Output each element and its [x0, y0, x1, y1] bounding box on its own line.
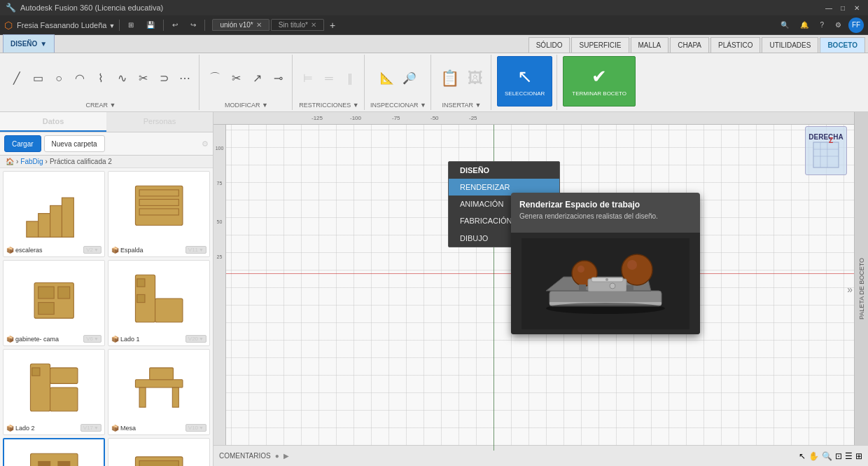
undo-button[interactable]: ↩ — [168, 18, 182, 33]
notifications-button[interactable]: 🔔 — [796, 18, 813, 33]
modificar-dropdown-icon[interactable]: ▼ — [262, 102, 268, 109]
home-icon[interactable]: 🏠 — [6, 158, 14, 165]
settings-button[interactable]: ⚙ — [831, 18, 846, 33]
tab-personas[interactable]: Personas — [106, 112, 213, 132]
tab-chapa[interactable]: CHAPA — [670, 37, 709, 53]
ribbon: DISEÑO ▼ SÓLIDO SUPERFICIE MALLA CHAPA P… — [0, 35, 868, 112]
inspect2-button[interactable]: 🔎 — [399, 69, 420, 87]
insert2-button[interactable]: 🖼 — [464, 67, 486, 90]
canvas-toolbar-display[interactable]: ☰ — [845, 451, 853, 461]
fillet-tool-button[interactable]: ⌒ — [205, 69, 225, 88]
more-crear-button[interactable]: ⋯ — [175, 69, 195, 87]
canvas-toolbar-select[interactable]: ↖ — [799, 451, 806, 461]
list-item[interactable]: 📦 pared 2 V4 ▼ — [3, 438, 105, 466]
break-tool-button[interactable]: ⊸ — [268, 69, 288, 87]
document-tab-close-icon[interactable]: ✕ — [256, 21, 262, 29]
list-item[interactable]: 📦 gabinete- cama V6 ▼ — [3, 260, 105, 346]
item-name-label: Mesa — [120, 425, 136, 432]
list-item[interactable]: 📦 Lado 2 V17 ▼ — [3, 349, 105, 435]
insertar-dropdown-icon[interactable]: ▼ — [475, 102, 482, 109]
close-button[interactable]: ✕ — [851, 2, 862, 13]
workspace-dropdown-icon: ▼ — [109, 22, 115, 29]
arc-tool-button[interactable]: ◠ — [70, 69, 90, 87]
trim-tool-button[interactable]: ✂ — [226, 69, 246, 87]
design-dropdown-button[interactable]: DISEÑO ▼ — [3, 34, 55, 53]
user-avatar[interactable]: FF — [848, 18, 864, 33]
tab-malla[interactable]: MALLA — [631, 37, 669, 53]
list-item[interactable]: 📦 Lado 1 V20 ▼ — [108, 260, 210, 346]
insert-button[interactable]: 📋 — [437, 67, 463, 90]
version-badge[interactable]: V10 ▼ — [186, 424, 206, 432]
redo-button[interactable]: ↪ — [186, 18, 200, 33]
version-badge[interactable]: V11 ▼ — [186, 246, 206, 254]
add-tab-button[interactable]: + — [326, 18, 340, 33]
canvas-toolbar-pan[interactable]: ✋ — [808, 451, 819, 461]
horizontal-button[interactable]: ═ — [319, 70, 339, 87]
list-item[interactable]: 📦 Pared de la cama V10 ▼ — [108, 438, 210, 466]
scissors-tool-button[interactable]: ✂ — [133, 69, 153, 87]
minimize-button[interactable]: — — [823, 2, 834, 13]
breadcrumb-fabdig[interactable]: FabDig — [20, 158, 43, 165]
measure-icon: 📐 — [380, 71, 394, 85]
polyline-tool-button[interactable]: ⌇ — [91, 69, 111, 87]
item-folder-icon: 📦 — [6, 247, 14, 254]
seleccionar-button[interactable]: ↖ SELECCIONAR — [497, 56, 552, 107]
document-tab-union[interactable]: unión v10* ✕ — [212, 19, 269, 31]
collapse-panel-button[interactable]: » — [847, 284, 853, 295]
spline-icon: ∿ — [118, 71, 127, 85]
measure-button[interactable]: 📐 — [377, 69, 398, 87]
version-badge[interactable]: V6 ▼ — [83, 335, 102, 343]
canvas-area[interactable]: -125 -100 -75 -50 -25 100 75 50 25 DEREC… — [214, 112, 868, 466]
list-item[interactable]: 📦 Mesa V10 ▼ — [108, 349, 210, 435]
tab-superficie[interactable]: SUPERFICIE — [571, 37, 629, 53]
status-dot[interactable]: ● — [275, 452, 279, 460]
coincident-button[interactable]: ⊨ — [298, 69, 318, 87]
version-badge[interactable]: V20 ▼ — [186, 335, 206, 343]
version-badge[interactable]: V17 ▼ — [80, 424, 102, 432]
untitled-tab-close-icon[interactable]: ✕ — [311, 21, 316, 29]
titlebar: 🔧 Autodesk Fusion 360 (Licencia educativ… — [0, 0, 868, 15]
offset-tool-button[interactable]: ⊃ — [154, 69, 174, 87]
tab-boceto[interactable]: BOCETO — [820, 37, 865, 53]
line-tool-button[interactable]: ╱ — [7, 69, 27, 87]
workspace-name[interactable]: Fresia Fasanando Ludeña ▼ — [17, 21, 115, 29]
canvas-toolbar-grid-toggle[interactable]: ⊞ — [855, 451, 862, 461]
ribbon-group-restricciones: ⊨ ═ ‖ RESTRICCIONES ▼ — [294, 55, 365, 110]
side-palette-panel[interactable]: PALETA DE BOCETO — [854, 112, 868, 466]
terminar-boceto-button[interactable]: ✔ TERMINAR BOCETO — [563, 56, 636, 107]
dropdown-item-diseno[interactable]: DISEÑO — [449, 162, 559, 179]
circle-tool-button[interactable]: ○ — [49, 70, 69, 87]
spline-tool-button[interactable]: ∿ — [112, 69, 132, 87]
extend-tool-button[interactable]: ↗ — [247, 69, 267, 87]
tab-plastico[interactable]: PLÁSTICO — [710, 37, 760, 53]
canvas-toolbar-zoom[interactable]: 🔍 — [822, 451, 832, 461]
list-item[interactable]: 📦 escaleras V2 ▼ — [3, 171, 105, 257]
cargar-button[interactable]: Cargar — [4, 135, 41, 152]
svg-rect-25 — [38, 462, 50, 467]
canvas-toolbar-fit[interactable]: ⊡ — [835, 451, 842, 461]
crear-dropdown-icon[interactable]: ▼ — [110, 102, 116, 109]
tab-utilidades[interactable]: UTILIDADES — [762, 37, 818, 53]
document-tab-untitled[interactable]: Sin titulo* ✕ — [271, 19, 324, 31]
maximize-button[interactable]: □ — [837, 2, 848, 13]
panel-settings-icon[interactable]: ⚙ — [202, 139, 209, 149]
breadcrumb-practica: Práctica calificada 2 — [50, 158, 112, 165]
save-button[interactable]: 💾 — [142, 18, 159, 33]
ruler-mark-50: 50 — [217, 219, 223, 224]
sep2 — [163, 20, 164, 31]
status-arrow[interactable]: ▶ — [284, 452, 289, 460]
version-badge[interactable]: V2 ▼ — [83, 246, 102, 254]
tab-solido[interactable]: SÓLIDO — [528, 37, 570, 53]
vertical-button[interactable]: ‖ — [340, 69, 360, 87]
nueva-carpeta-button[interactable]: Nueva carpeta — [44, 135, 105, 152]
help-button[interactable]: ? — [816, 18, 828, 33]
inspeccionar-dropdown-icon[interactable]: ▼ — [420, 102, 426, 109]
grid-view-button[interactable]: ⊞ — [124, 18, 138, 33]
ruler-mark-75: 75 — [217, 181, 223, 186]
rect-tool-button[interactable]: ▭ — [28, 69, 48, 87]
restricciones-dropdown-icon[interactable]: ▼ — [353, 102, 359, 109]
list-item[interactable]: 📦 Espalda V11 ▼ — [108, 171, 210, 257]
navigation-cube[interactable]: DERECHA — [805, 126, 847, 175]
tab-datos[interactable]: Datos — [0, 112, 106, 132]
search-button[interactable]: 🔍 — [776, 18, 793, 33]
